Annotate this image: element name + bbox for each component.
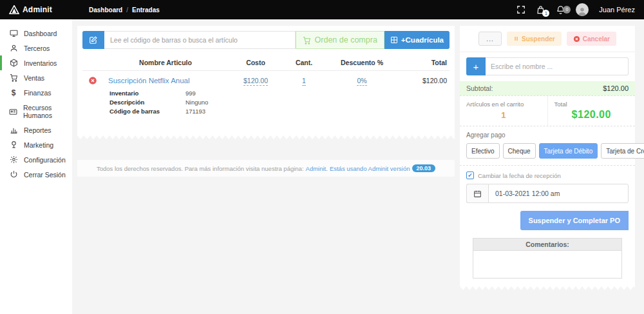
footer: Todos los derechos reservados. Para más … [77,160,455,177]
col-nombre-articulo: Nombre Articulo [103,55,228,70]
change-reception-date-checkbox[interactable]: ✔ [466,172,474,179]
sidebar-item-configuracion[interactable]: Configuración [0,152,72,167]
subtotal-value: $120.00 [603,84,629,92]
purchase-order-button[interactable]: Orden de compra [296,31,384,49]
barcode-search-input[interactable] [104,31,296,49]
breadcrumb-separator: / [126,6,128,14]
breadcrumb-dashboard[interactable]: Dashboard [89,6,122,14]
item-cost-editable[interactable]: $120.00 [243,77,268,86]
purchase-order-card: Orden de compra +Cuadrícula Nombre Artic… [77,26,455,135]
cart-icon [303,36,311,44]
subtotal-bar: Subtotal: $120.00 [460,81,635,95]
dollar-icon: $ [9,88,18,97]
adminit-logo-icon [9,5,19,14]
sidebar-item-dashboard[interactable]: Dashboard [0,26,72,41]
footer-adminit-link[interactable]: Adminit. [306,165,328,172]
table-header-row: Nombre Articulo Costo Cant. Descuento % … [82,55,450,71]
detail-label: Inventario [109,89,185,98]
sidebar-item-inventarios[interactable]: Inventarios [0,55,72,70]
add-grid-button[interactable]: +Cuadrícula [384,31,450,49]
item-details: Inventario 999 Descripción Ninguno Códig… [109,89,450,116]
calendar-icon [473,190,482,198]
bell-icon[interactable]: 0 [556,5,565,15]
sidebar-item-label: Configuración [24,156,66,164]
cart-summary: Artículos en el carrito 1 Total $120.00 [460,96,635,126]
col-total: Total [399,55,450,70]
item-qty-editable[interactable]: 1 [302,77,306,86]
breadcrumb-current: Entradas [132,6,160,14]
col-cant: Cant. [283,55,325,70]
sidebar-item-label: Reportes [24,126,52,134]
brand-name: Adminit [23,5,52,14]
item-name-input[interactable] [486,57,629,75]
notifications-badge: 0 [563,6,571,14]
receipt-panel: ... Suspender Cancelar + [460,26,635,286]
sidebar-item-finanzas[interactable]: $ Finanzas [0,85,72,101]
sidebar-item-label: Finanzas [24,89,52,97]
more-options-button[interactable]: ... [478,32,502,46]
subtotal-label: Subtotal: [466,84,493,92]
cart-bag-icon[interactable]: 1 [536,5,545,15]
sidebar-item-label: Terceros [24,44,50,52]
topbar: Adminit Dashboard / Entradas 1 0 Juan Pé… [0,0,644,19]
item-name-link[interactable]: Suscripción Netflix Anual [103,77,228,84]
col-costo: Costo [228,55,283,70]
total-label: Total [554,101,629,108]
col-descuento: Descuento % [325,55,399,70]
sidebar-item-terceros[interactable]: Terceros [0,41,72,55]
sidebar: Dashboard Terceros Inventarios Ventas $ … [0,19,72,314]
power-icon [9,170,18,179]
edit-pencil-icon [89,35,98,44]
table-row: Suscripción Netflix Anual $120.00 1 0% $… [82,76,450,123]
payment-tarjeta-credito-button[interactable]: Tarjeta de Crédito [601,143,644,159]
edit-button[interactable] [82,31,104,49]
suspend-button[interactable]: Suspender [507,32,562,46]
cart-icon [9,74,18,82]
sidebar-item-reportes[interactable]: Reportes [0,123,72,137]
payment-efectivo-button[interactable]: Efectivo [466,143,500,159]
detail-label: Código de barras [109,107,185,116]
item-discount-editable[interactable]: 0% [357,77,366,86]
detail-value: 999 [185,89,450,98]
monitor-icon [9,29,18,37]
brand[interactable]: Adminit [9,5,71,14]
calendar-button[interactable] [466,184,488,203]
delete-circle-x-icon [88,76,97,85]
plus-icon: + [473,61,479,72]
sidebar-item-label: Dashboard [24,30,57,37]
payment-cheque-button[interactable]: Cheque [503,143,536,159]
sidebar-item-label: Cerrar Sesión [24,171,66,179]
sidebar-item-recursos-humanos[interactable]: Recursos Humanos [0,101,72,123]
cancel-circle-x-icon [573,35,580,43]
sidebar-item-ventas[interactable]: Ventas [0,70,72,85]
payment-section: Agregar pago Efectivo Cheque Tarjeta de … [460,126,635,165]
fullscreen-icon[interactable] [516,5,526,14]
reception-checkbox-label: Cambiar la fecha de recepción [478,172,561,179]
pause-icon [513,35,519,42]
user-name[interactable]: Juan Pérez [599,6,635,14]
comments-section: Comentarios: [473,238,622,279]
user-icon [9,44,18,52]
remove-item-button[interactable] [82,76,103,85]
sidebar-item-cerrar-sesion[interactable]: Cerrar Sesión [0,167,72,182]
check-icon: ✔ [468,172,473,179]
detail-label: Descripción [109,98,185,107]
add-item-button[interactable]: + [466,57,486,75]
sidebar-item-marketing[interactable]: Marketing [0,137,72,152]
grid-icon [390,36,398,44]
sidebar-item-label: Marketing [24,141,53,149]
cart-items-count: 1 [466,110,541,120]
sidebar-item-label: Recursos Humanos [23,104,72,119]
cart-badge: 1 [542,10,549,17]
cancel-button[interactable]: Cancelar [567,32,616,46]
item-total: $120.00 [399,77,450,84]
reception-date-input[interactable] [488,184,629,203]
receipt-edge [77,135,455,139]
cube-icon [9,59,18,67]
suspend-complete-po-button[interactable]: Suspender y Completar PO [520,211,629,230]
gear-icon [9,155,18,164]
comments-textarea[interactable] [473,250,622,279]
sidebar-item-label: Ventas [24,74,44,82]
payment-tarjeta-debito-button[interactable]: Tarjeta de Débito [539,143,598,159]
user-avatar[interactable] [576,3,589,16]
